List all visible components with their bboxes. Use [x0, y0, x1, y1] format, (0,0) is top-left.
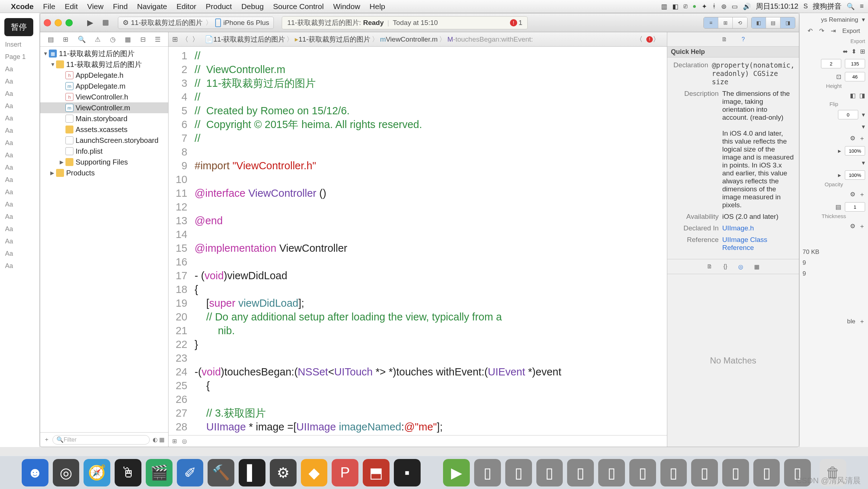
menu-file[interactable]: File	[43, 2, 55, 11]
thumb-icon[interactable]: ▯	[474, 459, 501, 486]
file-Main.storyboard[interactable]: Main.storyboard	[40, 113, 168, 124]
navigator-tabs[interactable]: ▤⊞🔍⚠◷▦⊟☰	[40, 32, 168, 47]
panel-toggle-segment[interactable]: ◧▤◨	[751, 17, 795, 29]
style-row[interactable]: Aa	[0, 75, 39, 88]
style-row[interactable]: Aa	[0, 149, 39, 161]
style-row[interactable]: Aa	[0, 223, 39, 235]
style-row[interactable]: Aa	[0, 161, 39, 174]
menu-debug[interactable]: Debug	[241, 2, 264, 11]
file-Info.plist[interactable]: Info.plist	[40, 146, 168, 157]
bluetooth-icon[interactable]: ᚼ	[712, 3, 716, 10]
filter-icon[interactable]: ◎	[182, 438, 187, 445]
finder-icon[interactable]: ☻	[22, 459, 48, 486]
file-LaunchScreen.storyboard[interactable]: LaunchScreen.storyboard	[40, 135, 168, 146]
menu-source-control[interactable]: Source Control	[273, 2, 324, 11]
minimize-button[interactable]	[55, 19, 62, 26]
status-icon[interactable]: ◧	[672, 3, 678, 10]
status-icon[interactable]: ▥	[661, 3, 667, 10]
add-button[interactable]: ＋	[44, 436, 50, 443]
style-row[interactable]: Aa	[0, 260, 39, 272]
style-row[interactable]: Aa	[0, 211, 39, 223]
thumb-icon[interactable]: ▯	[691, 459, 718, 486]
menu-product[interactable]: Product	[206, 2, 232, 11]
app-icon[interactable]: P	[332, 459, 358, 486]
thumb-icon[interactable]: ▯	[567, 459, 594, 486]
xcode-icon[interactable]: 🔨	[208, 459, 234, 486]
ime-icon[interactable]: S	[803, 3, 808, 10]
style-row[interactable]: Aa	[0, 174, 39, 186]
wifi-icon[interactable]: ⊚	[721, 3, 727, 10]
pct-input[interactable]	[845, 170, 865, 180]
menu-navigate[interactable]: Navigate	[137, 2, 167, 11]
inspector-tabs[interactable]: 🗎?	[667, 32, 799, 47]
safari-icon[interactable]: 🧭	[84, 459, 110, 486]
zoom-button[interactable]	[65, 19, 73, 26]
thumb-icon[interactable]: ▯	[536, 459, 563, 486]
style-row[interactable]: Aa	[0, 186, 39, 198]
group-folder[interactable]: ▼11-获取裁剪过后的图片	[40, 59, 168, 70]
prev-issue-icon[interactable]: 〈	[636, 35, 643, 44]
thick-input[interactable]	[845, 202, 865, 212]
style-row[interactable]: Aa	[0, 247, 39, 260]
error-indicator[interactable]: !1	[510, 19, 523, 27]
grid-icon[interactable]: ⊞	[172, 438, 177, 445]
style-row[interactable]: Aa	[0, 137, 39, 149]
menu-editor[interactable]: Editor	[176, 2, 196, 11]
app-icon[interactable]: 🎬	[146, 459, 173, 486]
status-icon[interactable]: ⎚	[684, 3, 688, 10]
menu-window[interactable]: Window	[333, 2, 360, 11]
code-editor[interactable]: 1234567891011121314151617181920212223242…	[169, 47, 667, 435]
settings-icon[interactable]: ⚙	[270, 459, 297, 486]
sketch-icon[interactable]: ◆	[301, 459, 328, 486]
pct-input[interactable]	[845, 146, 865, 156]
thumb-icon[interactable]: ▯	[660, 459, 687, 486]
scheme-selector[interactable]: ⚙ 11-获取裁剪过后的图片 〉 iPhone 6s Plus	[118, 17, 274, 29]
app-icon[interactable]: ◎	[53, 459, 80, 486]
next-issue-icon[interactable]: 〉	[653, 35, 660, 44]
thumb-icon[interactable]: ▯	[598, 459, 625, 486]
filter-input[interactable]: 🔍 Filter	[52, 435, 150, 445]
file-ViewController.h[interactable]: hViewController.h	[40, 92, 168, 102]
style-row[interactable]: Aa	[0, 88, 39, 100]
jump-bar[interactable]: ⊞ 〈 〉 📄 11-获取裁剪过后的图片〉 ▸11-获取裁剪过后的图片〉 m V…	[169, 32, 667, 47]
menu-edit[interactable]: Edit	[65, 2, 78, 11]
val-input[interactable]	[821, 59, 841, 68]
style-row[interactable]: Aa	[0, 124, 39, 137]
style-row[interactable]: Aa	[0, 112, 39, 124]
file-ViewController.m[interactable]: mViewController.m	[40, 102, 168, 113]
val-input[interactable]	[838, 110, 858, 119]
menu-icon[interactable]: ≡	[860, 3, 864, 10]
ime-label[interactable]: 搜狗拼音	[813, 1, 842, 11]
supporting-files[interactable]: ▶Supporting Files	[40, 157, 168, 167]
val-input[interactable]	[845, 59, 865, 68]
menu-help[interactable]: Help	[370, 2, 385, 11]
file-AppDelegate.h[interactable]: hAppDelegate.h	[40, 70, 168, 81]
height-input[interactable]	[845, 72, 865, 81]
thumb-icon[interactable]: ▯	[753, 459, 780, 486]
battery-icon[interactable]: ▭	[732, 3, 738, 10]
status-icon[interactable]: ●	[693, 3, 697, 10]
thumb-icon[interactable]: ▯	[722, 459, 749, 486]
thumb-icon[interactable]: ▯	[505, 459, 532, 486]
app-icon[interactable]: ▪	[394, 459, 421, 486]
volume-icon[interactable]: 🔊	[743, 3, 751, 10]
clock[interactable]: 周日15:10:12	[756, 1, 799, 11]
menu-view[interactable]: View	[87, 2, 103, 11]
stop-button[interactable]	[103, 20, 109, 26]
menu-app[interactable]: Xcode	[11, 2, 34, 11]
project-root[interactable]: ▼▦11-获取裁剪过后的图片	[40, 48, 168, 59]
style-row[interactable]: Aa	[0, 63, 39, 75]
file-Assets.xcassets[interactable]: Assets.xcassets	[40, 124, 168, 135]
style-row[interactable]: Aa	[0, 198, 39, 211]
pause-button[interactable]: 暂停	[4, 18, 33, 36]
thumb-icon[interactable]: ▯	[629, 459, 656, 486]
app-icon[interactable]: ✐	[177, 459, 204, 486]
close-button[interactable]	[44, 19, 51, 26]
status-icon[interactable]: ✦	[702, 3, 707, 10]
products-folder[interactable]: ▶Products	[40, 167, 168, 178]
app-icon[interactable]: ⬒	[363, 459, 390, 486]
editor-mode-segment[interactable]: ≡⊞⟲	[703, 17, 748, 29]
run-button[interactable]: ▶	[87, 18, 93, 27]
terminal-icon[interactable]: ▌	[239, 459, 265, 486]
app-icon[interactable]: ▶	[443, 459, 470, 486]
